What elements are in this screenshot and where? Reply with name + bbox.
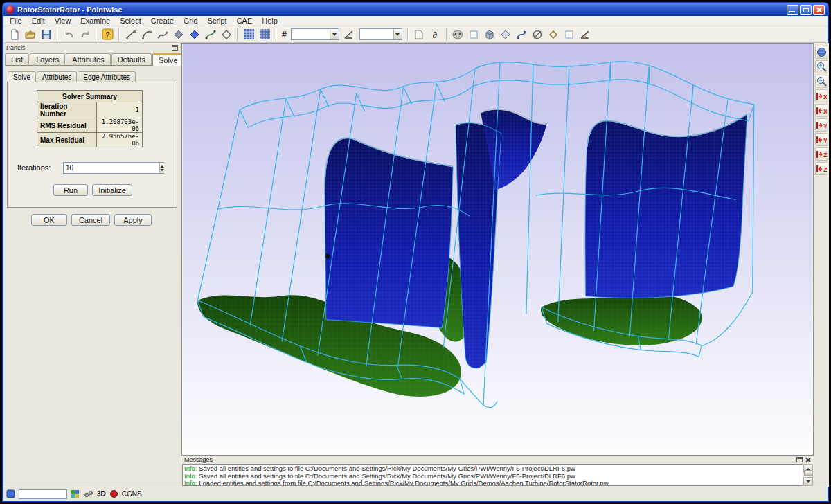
menu-help[interactable]: Help: [257, 16, 283, 26]
undo-button[interactable]: [61, 27, 77, 42]
subtab-attributes[interactable]: Attributes: [37, 71, 77, 82]
spacing-tool-button[interactable]: [341, 27, 357, 42]
tab-defaults[interactable]: Defaults: [111, 53, 152, 65]
cancel-button[interactable]: Cancel: [71, 214, 110, 226]
view-sphere-button[interactable]: [815, 46, 828, 59]
angle-dropdown-button[interactable]: [393, 29, 402, 39]
viewport-3d-scene[interactable]: [182, 44, 813, 455]
menu-file[interactable]: File: [5, 16, 27, 26]
close-messages-icon[interactable]: [805, 457, 811, 463]
apply-button[interactable]: Apply: [114, 214, 152, 226]
open-file-button[interactable]: [22, 27, 38, 42]
zoom-in-button[interactable]: [815, 60, 828, 73]
tab-attributes[interactable]: Attributes: [66, 53, 110, 65]
redo-button[interactable]: [77, 27, 93, 42]
tab-list[interactable]: List: [5, 53, 29, 65]
domain-mask-button[interactable]: [498, 27, 514, 42]
mask-checkbox-2[interactable]: [562, 27, 578, 42]
curve-points-button[interactable]: [202, 27, 218, 42]
dimension-combo[interactable]: [291, 28, 339, 40]
structured-grid-button[interactable]: [241, 27, 257, 42]
circle-line-icon: [532, 29, 543, 40]
blade-mesh-right[interactable]: [585, 114, 747, 298]
link-tool-icon[interactable]: [84, 489, 93, 498]
diamond-small-icon: [548, 30, 558, 39]
menu-grid[interactable]: Grid: [179, 16, 203, 26]
dimension-input[interactable]: [292, 30, 330, 39]
subtab-solve[interactable]: Solve: [8, 71, 36, 82]
save-file-button[interactable]: [38, 27, 54, 42]
draw-line-button[interactable]: [123, 27, 138, 42]
zoom-in-icon: [816, 62, 827, 72]
view-minus-z-button[interactable]: Z: [815, 162, 828, 175]
svg-text:∂: ∂: [433, 30, 437, 40]
angle-measure-button[interactable]: [578, 27, 593, 42]
copy-page-button[interactable]: [411, 27, 427, 42]
dimension-dropdown-button[interactable]: [330, 29, 338, 39]
toolbar-separator: [96, 28, 97, 41]
log-text: Loaded entities and settings from file C…: [197, 479, 609, 486]
angle-input[interactable]: [360, 30, 393, 39]
point-tool-button[interactable]: [170, 27, 186, 42]
iterations-stepper[interactable]: [63, 162, 164, 174]
view-plus-y-button[interactable]: Y: [815, 118, 828, 132]
scroll-thumb[interactable]: [804, 470, 812, 476]
subtab-edge-attributes[interactable]: Edge Attributes: [78, 71, 136, 82]
new-file-button[interactable]: [6, 27, 22, 42]
tab-solve[interactable]: Solve: [152, 53, 184, 66]
table-row: Max Residual 2.956576e-06: [37, 133, 143, 147]
iterations-spin-buttons[interactable]: [159, 163, 164, 173]
shaded-grid-button[interactable]: [257, 27, 273, 42]
database-point-button[interactable]: [186, 27, 202, 42]
view-minus-y-button[interactable]: Y: [815, 133, 828, 146]
menu-script[interactable]: Script: [203, 16, 232, 26]
scroll-down-button[interactable]: [803, 477, 812, 485]
diamond-outline-button[interactable]: [218, 27, 234, 42]
svg-text:X: X: [823, 93, 827, 100]
view-plus-z-button[interactable]: Z: [815, 147, 828, 161]
open-folder-icon: [25, 29, 36, 40]
iterations-input[interactable]: [64, 163, 159, 173]
menu-examine[interactable]: Examine: [75, 16, 115, 26]
panels-dock: Panels List Layers Attributes Defaults S…: [3, 43, 181, 487]
connector-mask-button[interactable]: [514, 27, 530, 42]
zoom-out-button[interactable]: [815, 75, 828, 88]
mask-visibility-button[interactable]: [450, 27, 466, 42]
run-button[interactable]: Run: [53, 184, 88, 196]
ok-button[interactable]: OK: [31, 214, 67, 226]
derivative-button[interactable]: ∂: [427, 27, 443, 42]
minimize-button[interactable]: [787, 5, 798, 15]
menu-select[interactable]: Select: [115, 16, 146, 26]
draw-spline-button[interactable]: [154, 27, 170, 42]
float-panel-icon[interactable]: [172, 45, 178, 51]
layer-grid-icon[interactable]: [71, 489, 80, 498]
block-mask-button[interactable]: [482, 27, 498, 42]
help-button[interactable]: ?: [100, 27, 116, 42]
dimension-mode-label[interactable]: 3D: [97, 490, 106, 498]
cae-solver-icon: [109, 489, 118, 498]
viewport-3d[interactable]: [181, 43, 814, 456]
view-minus-x-button[interactable]: X: [815, 104, 828, 117]
tab-layers[interactable]: Layers: [30, 53, 65, 65]
menu-create[interactable]: Create: [146, 16, 179, 26]
initialize-button[interactable]: Initialize: [92, 184, 132, 196]
database-mask-button[interactable]: [530, 27, 546, 42]
messages-scrollbar[interactable]: [803, 464, 813, 486]
table-row: RMS Residual 1.208703e-06: [37, 118, 143, 133]
maximize-button[interactable]: [800, 5, 812, 15]
mask-checkbox-1[interactable]: [466, 27, 482, 42]
spacing-mask-button[interactable]: [546, 27, 562, 42]
close-button[interactable]: [813, 5, 825, 15]
float-messages-icon[interactable]: [796, 457, 803, 462]
view-plus-x-button[interactable]: X: [815, 89, 828, 102]
blade-mesh-left[interactable]: [325, 138, 453, 327]
menu-cae[interactable]: CAE: [232, 16, 258, 26]
view-minus-z-icon: Z: [816, 164, 827, 174]
status-input[interactable]: [19, 489, 67, 499]
draw-arc-button[interactable]: [138, 27, 154, 42]
messages-log[interactable]: Info: Saved all entities and settings to…: [182, 464, 813, 486]
menu-edit[interactable]: Edit: [27, 16, 50, 26]
view-minus-x-icon: X: [816, 106, 827, 116]
menu-view[interactable]: View: [50, 16, 76, 26]
angle-combo[interactable]: [359, 28, 402, 40]
